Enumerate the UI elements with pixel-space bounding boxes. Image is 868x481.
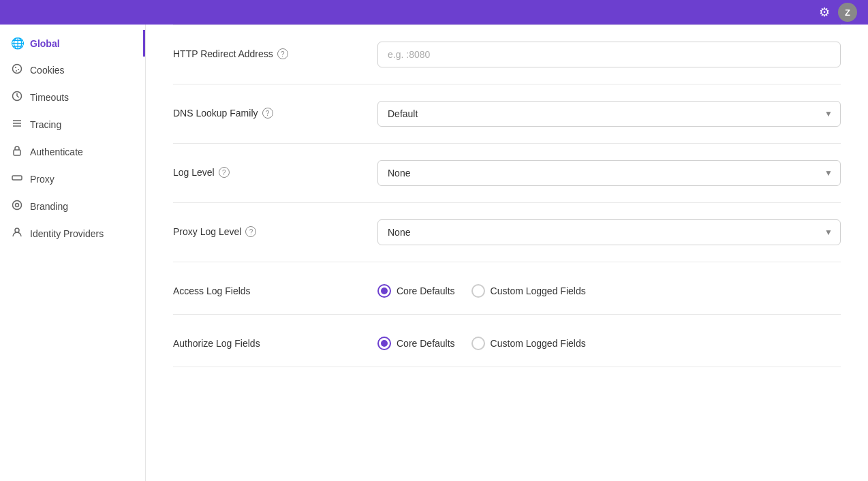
person-icon xyxy=(11,227,23,240)
svg-point-2 xyxy=(18,69,19,70)
log-level-label-col: Log Level ? xyxy=(173,160,364,178)
dns-lookup-help-icon[interactable]: ? xyxy=(262,108,273,119)
svg-point-14 xyxy=(15,228,19,232)
proxy-log-level-select[interactable]: None Debug Info Warn Error xyxy=(377,219,841,245)
http-redirect-label: HTTP Redirect Address ? xyxy=(173,48,364,59)
authorize-log-fields-radio-group: Core Defaults Custom Logged Fields xyxy=(377,331,841,350)
sidebar-item-tracing[interactable]: Tracing xyxy=(0,111,145,138)
svg-point-1 xyxy=(15,67,16,68)
access-log-fields-label: Access Log Fields xyxy=(173,285,364,296)
sidebar-item-label: Proxy xyxy=(30,174,55,185)
authorize-log-fields-label-col: Authorize Log Fields xyxy=(173,331,364,349)
http-redirect-control xyxy=(377,42,841,67)
sidebar: 🌐 Global Cookies Tim xyxy=(0,25,146,481)
proxy-log-level-label-col: Proxy Log Level ? xyxy=(173,219,364,237)
dns-lookup-label: DNS Lookup Family ? xyxy=(173,108,364,119)
dns-lookup-label-col: DNS Lookup Family ? xyxy=(173,101,364,119)
log-level-control: None Debug Info Warn Error ▼ xyxy=(377,160,841,186)
access-log-custom-radio[interactable] xyxy=(471,284,485,298)
dns-lookup-control: Default V4Only V6Only Auto ▼ xyxy=(377,101,841,127)
globe-icon: 🌐 xyxy=(11,37,23,50)
http-redirect-label-col: HTTP Redirect Address ? xyxy=(173,42,364,59)
gear-icon[interactable]: ⚙ xyxy=(819,5,830,20)
sidebar-item-global[interactable]: 🌐 Global xyxy=(0,30,145,57)
topbar: ⚙ Z xyxy=(0,0,868,25)
proxy-log-level-label: Proxy Log Level ? xyxy=(173,226,364,237)
cookies-icon xyxy=(11,63,23,77)
access-log-custom-option[interactable]: Custom Logged Fields xyxy=(471,284,586,298)
proxy-log-level-control: None Debug Info Warn Error ▼ xyxy=(377,219,841,245)
lock-icon xyxy=(11,145,23,159)
access-log-fields-control: Core Defaults Custom Logged Fields xyxy=(377,279,841,298)
form-section: HTTP Redirect Address ? DNS Lookup Famil… xyxy=(146,25,868,367)
sidebar-item-authenticate[interactable]: Authenticate xyxy=(0,138,145,166)
http-redirect-help-icon[interactable]: ? xyxy=(277,48,288,59)
branding-icon xyxy=(11,200,23,213)
log-level-row: Log Level ? None Debug Info Warn Error ▼ xyxy=(173,144,841,203)
avatar[interactable]: Z xyxy=(838,3,857,22)
proxy-icon xyxy=(11,172,23,186)
main-layout: 🌐 Global Cookies Tim xyxy=(0,25,868,481)
access-log-core-defaults-option[interactable]: Core Defaults xyxy=(377,284,455,298)
sidebar-item-cookies[interactable]: Cookies xyxy=(0,57,145,84)
proxy-log-level-row: Proxy Log Level ? None Debug Info Warn E… xyxy=(173,203,841,262)
sidebar-item-label: Global xyxy=(30,38,60,49)
dns-lookup-row: DNS Lookup Family ? Default V4Only V6Onl… xyxy=(173,84,841,144)
svg-rect-10 xyxy=(14,150,20,155)
sidebar-item-branding[interactable]: Branding xyxy=(0,193,145,220)
dns-lookup-select-wrapper: Default V4Only V6Only Auto ▼ xyxy=(377,101,841,127)
access-log-fields-radio-group: Core Defaults Custom Logged Fields xyxy=(377,279,841,298)
sidebar-item-label: Cookies xyxy=(30,65,65,76)
log-level-select[interactable]: None Debug Info Warn Error xyxy=(377,160,841,186)
sidebar-item-label: Authenticate xyxy=(30,146,83,157)
svg-rect-11 xyxy=(12,176,22,180)
svg-point-3 xyxy=(16,70,17,72)
log-level-help-icon[interactable]: ? xyxy=(219,167,230,178)
svg-point-0 xyxy=(13,65,22,74)
access-log-core-defaults-radio[interactable] xyxy=(377,284,391,298)
sidebar-item-identity-providers[interactable]: Identity Providers xyxy=(0,220,145,247)
sidebar-item-label: Tracing xyxy=(30,119,61,130)
proxy-log-level-help-icon[interactable]: ? xyxy=(245,226,256,237)
access-log-fields-row: Access Log Fields Core Defaults Custom L… xyxy=(173,262,841,315)
sidebar-item-label: Timeouts xyxy=(30,92,69,103)
sidebar-item-proxy[interactable]: Proxy xyxy=(0,166,145,193)
authorize-log-custom-option[interactable]: Custom Logged Fields xyxy=(471,337,586,350)
http-redirect-input[interactable] xyxy=(377,42,841,67)
svg-point-13 xyxy=(16,204,19,207)
authorize-log-core-defaults-option[interactable]: Core Defaults xyxy=(377,337,455,350)
svg-line-6 xyxy=(17,96,19,97)
svg-point-12 xyxy=(13,201,22,210)
sidebar-item-timeouts[interactable]: Timeouts xyxy=(0,84,145,111)
dns-lookup-select[interactable]: Default V4Only V6Only Auto xyxy=(377,101,841,127)
http-redirect-row: HTTP Redirect Address ? xyxy=(173,25,841,84)
content-area: HTTP Redirect Address ? DNS Lookup Famil… xyxy=(146,25,868,481)
authorize-log-core-defaults-radio[interactable] xyxy=(377,337,391,350)
proxy-log-level-select-wrapper: None Debug Info Warn Error ▼ xyxy=(377,219,841,245)
tracing-icon xyxy=(11,118,23,131)
authorize-log-fields-control: Core Defaults Custom Logged Fields xyxy=(377,331,841,350)
clock-icon xyxy=(11,91,23,104)
sidebar-item-label: Identity Providers xyxy=(30,228,104,239)
authorize-log-fields-label: Authorize Log Fields xyxy=(173,338,364,349)
authorize-log-fields-row: Authorize Log Fields Core Defaults Custo… xyxy=(173,315,841,367)
log-level-select-wrapper: None Debug Info Warn Error ▼ xyxy=(377,160,841,186)
sidebar-item-label: Branding xyxy=(30,201,68,212)
access-log-fields-label-col: Access Log Fields xyxy=(173,279,364,296)
authorize-log-custom-radio[interactable] xyxy=(471,337,485,350)
log-level-label: Log Level ? xyxy=(173,167,364,178)
